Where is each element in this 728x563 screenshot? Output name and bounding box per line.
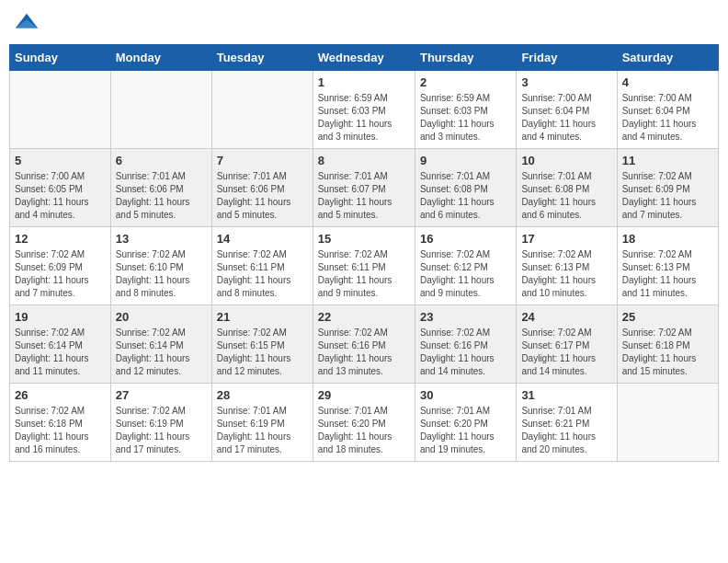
day-info: Sunrise: 7:00 AM Sunset: 6:04 PM Dayligh…	[622, 92, 713, 144]
day-info: Sunrise: 7:02 AM Sunset: 6:16 PM Dayligh…	[318, 327, 410, 378]
calendar-cell: 2Sunrise: 6:59 AM Sunset: 6:03 PM Daylig…	[415, 71, 516, 149]
calendar-cell: 12Sunrise: 7:02 AM Sunset: 6:09 PM Dayli…	[10, 227, 111, 305]
day-info: Sunrise: 7:01 AM Sunset: 6:07 PM Dayligh…	[318, 170, 410, 222]
day-info: Sunrise: 7:01 AM Sunset: 6:08 PM Dayligh…	[521, 170, 611, 222]
day-number: 6	[116, 154, 207, 167]
day-info: Sunrise: 7:01 AM Sunset: 6:20 PM Dayligh…	[318, 405, 410, 456]
day-info: Sunrise: 7:02 AM Sunset: 6:18 PM Dayligh…	[622, 327, 713, 378]
calendar-cell	[211, 71, 313, 149]
calendar-cell: 24Sunrise: 7:02 AM Sunset: 6:17 PM Dayli…	[517, 305, 617, 384]
day-number: 3	[521, 75, 611, 89]
day-number: 25	[622, 310, 713, 324]
calendar-cell: 21Sunrise: 7:02 AM Sunset: 6:15 PM Dayli…	[211, 305, 313, 384]
day-number: 26	[15, 388, 106, 402]
day-number: 2	[420, 75, 511, 89]
day-number: 17	[521, 232, 611, 246]
day-number: 9	[420, 154, 511, 167]
day-number: 7	[217, 154, 308, 167]
calendar-cell: 1Sunrise: 6:59 AM Sunset: 6:03 PM Daylig…	[313, 71, 415, 149]
calendar-cell: 14Sunrise: 7:02 AM Sunset: 6:11 PM Dayli…	[211, 227, 313, 305]
day-info: Sunrise: 7:00 AM Sunset: 6:05 PM Dayligh…	[15, 170, 106, 222]
day-info: Sunrise: 7:01 AM Sunset: 6:21 PM Dayligh…	[521, 405, 611, 456]
day-info: Sunrise: 7:02 AM Sunset: 6:18 PM Dayligh…	[15, 405, 106, 456]
day-number: 31	[521, 388, 611, 402]
day-number: 11	[622, 154, 713, 167]
calendar-table: SundayMondayTuesdayWednesdayThursdayFrid…	[9, 44, 719, 462]
weekday-header: Saturday	[617, 45, 718, 71]
day-info: Sunrise: 7:02 AM Sunset: 6:11 PM Dayligh…	[217, 248, 308, 300]
calendar-cell	[10, 71, 111, 149]
calendar-cell: 13Sunrise: 7:02 AM Sunset: 6:10 PM Dayli…	[110, 227, 211, 305]
day-number: 10	[521, 154, 611, 167]
day-number: 16	[420, 232, 511, 246]
day-number: 28	[217, 388, 308, 402]
day-number: 21	[217, 310, 308, 324]
calendar-cell: 27Sunrise: 7:02 AM Sunset: 6:19 PM Dayli…	[110, 384, 211, 462]
day-number: 8	[318, 154, 410, 167]
calendar-cell: 31Sunrise: 7:01 AM Sunset: 6:21 PM Dayli…	[517, 384, 617, 462]
day-number: 1	[318, 75, 410, 89]
day-number: 23	[420, 310, 511, 324]
day-info: Sunrise: 7:01 AM Sunset: 6:06 PM Dayligh…	[217, 170, 308, 222]
day-number: 27	[116, 388, 207, 402]
calendar-cell: 10Sunrise: 7:01 AM Sunset: 6:08 PM Dayli…	[517, 149, 617, 227]
calendar-cell: 26Sunrise: 7:02 AM Sunset: 6:18 PM Dayli…	[10, 384, 111, 462]
calendar-cell	[110, 71, 211, 149]
weekday-header: Wednesday	[313, 45, 415, 71]
day-info: Sunrise: 7:01 AM Sunset: 6:08 PM Dayligh…	[420, 170, 511, 222]
day-number: 14	[217, 232, 308, 246]
day-info: Sunrise: 6:59 AM Sunset: 6:03 PM Dayligh…	[318, 92, 410, 144]
calendar-cell: 6Sunrise: 7:01 AM Sunset: 6:06 PM Daylig…	[110, 149, 211, 227]
day-info: Sunrise: 7:02 AM Sunset: 6:13 PM Dayligh…	[622, 248, 713, 300]
calendar-cell: 22Sunrise: 7:02 AM Sunset: 6:16 PM Dayli…	[313, 305, 415, 384]
day-number: 13	[116, 232, 207, 246]
weekday-header: Sunday	[10, 45, 111, 71]
day-number: 24	[521, 310, 611, 324]
day-info: Sunrise: 7:01 AM Sunset: 6:06 PM Dayligh…	[116, 170, 207, 222]
day-number: 12	[15, 232, 106, 246]
weekday-header: Thursday	[415, 45, 516, 71]
day-number: 18	[622, 232, 713, 246]
day-number: 5	[15, 154, 106, 167]
day-info: Sunrise: 7:01 AM Sunset: 6:19 PM Dayligh…	[217, 405, 308, 456]
weekday-header: Friday	[517, 45, 617, 71]
logo	[14, 9, 43, 35]
day-number: 22	[318, 310, 410, 324]
weekday-header: Monday	[110, 45, 211, 71]
calendar-cell: 23Sunrise: 7:02 AM Sunset: 6:16 PM Dayli…	[415, 305, 516, 384]
logo-icon	[14, 9, 40, 35]
calendar-cell: 28Sunrise: 7:01 AM Sunset: 6:19 PM Dayli…	[211, 384, 313, 462]
day-info: Sunrise: 7:02 AM Sunset: 6:16 PM Dayligh…	[420, 327, 511, 378]
calendar-cell: 19Sunrise: 7:02 AM Sunset: 6:14 PM Dayli…	[10, 305, 111, 384]
calendar-cell: 17Sunrise: 7:02 AM Sunset: 6:13 PM Dayli…	[517, 227, 617, 305]
day-number: 15	[318, 232, 410, 246]
day-info: Sunrise: 7:02 AM Sunset: 6:19 PM Dayligh…	[116, 405, 207, 456]
day-info: Sunrise: 7:02 AM Sunset: 6:13 PM Dayligh…	[521, 248, 611, 300]
calendar-cell	[617, 384, 718, 462]
calendar-cell: 8Sunrise: 7:01 AM Sunset: 6:07 PM Daylig…	[313, 149, 415, 227]
day-info: Sunrise: 7:02 AM Sunset: 6:09 PM Dayligh…	[15, 248, 106, 300]
calendar-cell: 16Sunrise: 7:02 AM Sunset: 6:12 PM Dayli…	[415, 227, 516, 305]
day-info: Sunrise: 7:02 AM Sunset: 6:11 PM Dayligh…	[318, 248, 410, 300]
calendar-cell: 3Sunrise: 7:00 AM Sunset: 6:04 PM Daylig…	[517, 71, 617, 149]
calendar-cell: 5Sunrise: 7:00 AM Sunset: 6:05 PM Daylig…	[10, 149, 111, 227]
calendar-cell: 4Sunrise: 7:00 AM Sunset: 6:04 PM Daylig…	[617, 71, 718, 149]
day-info: Sunrise: 7:02 AM Sunset: 6:10 PM Dayligh…	[116, 248, 207, 300]
day-info: Sunrise: 7:01 AM Sunset: 6:20 PM Dayligh…	[420, 405, 511, 456]
day-number: 29	[318, 388, 410, 402]
calendar-cell: 9Sunrise: 7:01 AM Sunset: 6:08 PM Daylig…	[415, 149, 516, 227]
calendar-cell: 7Sunrise: 7:01 AM Sunset: 6:06 PM Daylig…	[211, 149, 313, 227]
calendar-cell: 29Sunrise: 7:01 AM Sunset: 6:20 PM Dayli…	[313, 384, 415, 462]
day-info: Sunrise: 7:02 AM Sunset: 6:15 PM Dayligh…	[217, 327, 308, 378]
day-info: Sunrise: 7:02 AM Sunset: 6:14 PM Dayligh…	[116, 327, 207, 378]
page-header	[9, 9, 719, 35]
day-number: 19	[15, 310, 106, 324]
day-info: Sunrise: 7:02 AM Sunset: 6:14 PM Dayligh…	[15, 327, 106, 378]
day-info: Sunrise: 7:02 AM Sunset: 6:17 PM Dayligh…	[521, 327, 611, 378]
day-info: Sunrise: 7:02 AM Sunset: 6:12 PM Dayligh…	[420, 248, 511, 300]
calendar-cell: 11Sunrise: 7:02 AM Sunset: 6:09 PM Dayli…	[617, 149, 718, 227]
day-number: 30	[420, 388, 511, 402]
day-info: Sunrise: 7:02 AM Sunset: 6:09 PM Dayligh…	[622, 170, 713, 222]
day-info: Sunrise: 7:00 AM Sunset: 6:04 PM Dayligh…	[521, 92, 611, 144]
calendar-cell: 15Sunrise: 7:02 AM Sunset: 6:11 PM Dayli…	[313, 227, 415, 305]
